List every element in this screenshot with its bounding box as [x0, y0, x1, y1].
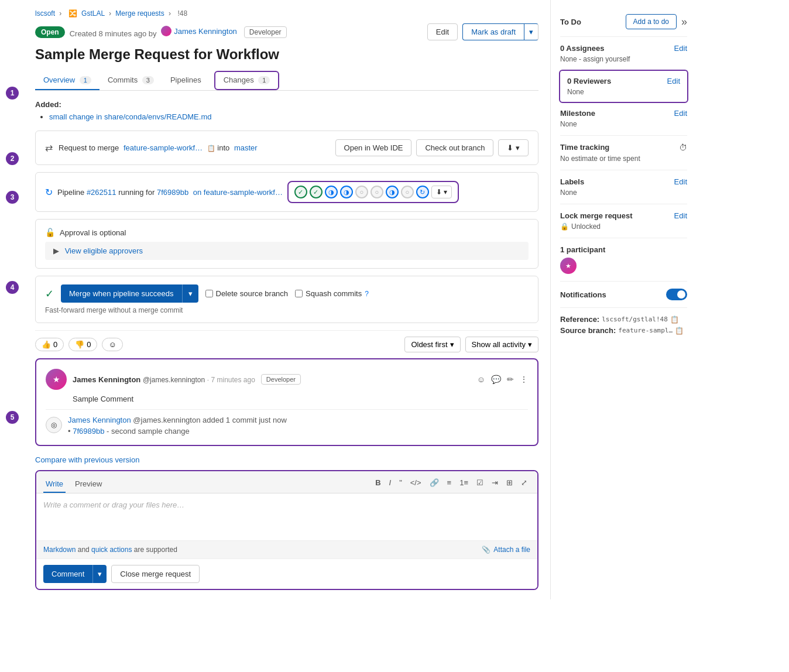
merge-request-section: ⇄ Request to merge feature-sample-workf……: [45, 139, 529, 156]
comment-author: James Kennington: [73, 375, 140, 384]
notifications-toggle[interactable]: [666, 289, 687, 300]
milestone-section: Milestone Edit None: [560, 102, 687, 136]
role-badge: Developer: [244, 26, 287, 38]
stage-4: ◑: [340, 186, 353, 198]
merge-icon: ⇄: [45, 142, 53, 153]
reference-value: lscsoft/gstlal!48: [602, 316, 668, 323]
delete-source-checkbox[interactable]: Delete source branch: [205, 289, 289, 298]
created-text: Created 8 minutes ago by James Kenningto…: [70, 26, 239, 38]
source-branch-copy-icon[interactable]: 📋: [675, 327, 684, 335]
tab-pipelines[interactable]: Pipelines: [162, 71, 210, 90]
reviewers-edit[interactable]: Edit: [667, 77, 680, 85]
comment-caret-button[interactable]: ▾: [92, 565, 107, 583]
open-in-web-ide-button[interactable]: Open in Web IDE: [335, 139, 412, 156]
comment-button-group: Comment ▾: [43, 565, 107, 583]
stage-1: ✓: [294, 186, 307, 198]
activity-select[interactable]: Show all activity ▾: [465, 337, 538, 352]
checkout-branch-button[interactable]: Check out branch: [416, 139, 493, 156]
emoji-button[interactable]: ☺: [102, 338, 122, 351]
tab-write[interactable]: Write: [43, 476, 66, 493]
sort-select[interactable]: Oldest first ▾: [404, 337, 460, 352]
mark-draft-caret[interactable]: ▾: [524, 23, 538, 40]
compare-link[interactable]: Compare with previous version: [35, 455, 538, 464]
sort-section: Oldest first ▾ Show all activity ▾: [404, 337, 538, 352]
reference-label: Reference:: [560, 315, 599, 324]
participants-label: 1 participant: [560, 245, 687, 254]
labels-value: None: [560, 188, 687, 197]
task-list-button[interactable]: ☑: [474, 476, 486, 489]
status-bar: Open Created 8 minutes ago by James Kenn…: [35, 23, 538, 40]
labels-edit[interactable]: Edit: [674, 177, 687, 186]
tab-changes[interactable]: Changes 1: [214, 71, 280, 90]
added-list: small change in share/conda/envs/README.…: [35, 112, 538, 121]
added-section: Added: small change in share/conda/envs/…: [35, 100, 538, 121]
merge-caret-button[interactable]: ▾: [182, 284, 198, 303]
comment-submit-button[interactable]: Comment: [43, 565, 92, 583]
source-branch-value: feature-sampl…: [618, 327, 673, 334]
download-button[interactable]: ⬇ ▾: [498, 139, 529, 156]
write-area[interactable]: Write a comment or drag your files here…: [36, 493, 537, 540]
squash-commits-checkbox[interactable]: Squash commits ?: [295, 289, 369, 298]
thumbs-down-button[interactable]: 👎 0: [68, 338, 97, 351]
stage-3: ◑: [325, 186, 338, 198]
code-button[interactable]: </>: [407, 476, 424, 489]
annotation-1: 1: [6, 87, 19, 100]
bold-button[interactable]: B: [372, 476, 383, 489]
add-todo-button[interactable]: Add a to do: [626, 14, 677, 29]
todo-label: To Do: [560, 18, 581, 26]
assignees-value: None - assign yourself: [560, 55, 687, 63]
labels-label: Labels: [560, 177, 584, 186]
comment-edit-icon[interactable]: ✏: [507, 375, 514, 384]
bullet-list-button[interactable]: ≡: [444, 476, 455, 489]
pipeline-download-button[interactable]: ⬇ ▾: [431, 186, 452, 198]
labels-section: Labels Edit None: [560, 170, 687, 204]
breadcrumb: lscsoft › 🔀 GstLAL › Merge requests › !4…: [35, 9, 538, 18]
edit-button[interactable]: Edit: [427, 23, 458, 40]
tab-commits[interactable]: Commits 3: [100, 71, 162, 90]
table-button[interactable]: ⊞: [503, 476, 516, 489]
expand-button[interactable]: ⤢: [518, 476, 530, 489]
indent-button[interactable]: ⇥: [489, 476, 501, 489]
link-button[interactable]: 🔗: [427, 476, 442, 489]
pipeline-spinner: ↻: [45, 187, 53, 198]
time-tracking-label: Time tracking: [560, 143, 609, 152]
merge-button-group: Merge when pipeline succeeds ▾: [61, 284, 198, 303]
commenter-avatar: ★: [46, 369, 67, 390]
stage-6: ○: [371, 186, 383, 198]
assignees-edit[interactable]: Edit: [674, 44, 687, 53]
commit-icon: ◎: [46, 417, 62, 433]
merge-action-box: ✓ Merge when pipeline succeeds ▾ Delete …: [35, 276, 538, 323]
comment-header: ★ James Kennington @james.kennington · 7…: [46, 369, 528, 390]
comment-actions: ☺ 💬 ✏ ⋮: [477, 375, 528, 384]
italic-button[interactable]: I: [386, 476, 394, 489]
time-tracking-section: Time tracking ⏱ No estimate or time spen…: [560, 136, 687, 170]
merge-when-pipeline-button[interactable]: Merge when pipeline succeeds: [61, 284, 182, 303]
milestone-edit[interactable]: Edit: [674, 109, 687, 118]
lock-section: Lock merge request Edit 🔒 Unlocked: [560, 204, 687, 238]
merge-section: ✓ Merge when pipeline succeeds ▾ Delete …: [45, 284, 529, 303]
mark-draft-button[interactable]: Mark as draft: [462, 23, 524, 40]
pipeline-stages-box: ✓ ✓ ◑ ◑ ○ ○ ◑ ○ ↻ ⬇ ▾: [287, 181, 459, 203]
comment-reply-icon[interactable]: 💬: [491, 375, 501, 384]
attach-file-button[interactable]: 📎 Attach a file: [482, 546, 530, 554]
participant-avatar: ★: [560, 258, 577, 274]
commit-update: ◎ James Kennington @james.kennington add…: [46, 409, 528, 436]
comment-more-icon[interactable]: ⋮: [520, 375, 528, 384]
reference-copy-icon[interactable]: 📋: [670, 316, 679, 324]
merge-info-box: ⇄ Request to merge feature-sample-workf……: [35, 131, 538, 165]
reference-section: Reference: lscsoft/gstlal!48 📋 Source br…: [560, 308, 687, 342]
close-mr-button[interactable]: Close merge request: [111, 565, 200, 583]
notifications-section: Notifications: [560, 282, 687, 308]
numbered-list-button[interactable]: 1≡: [457, 476, 471, 489]
tab-overview[interactable]: Overview 1: [35, 71, 100, 90]
todo-more-button[interactable]: »: [681, 16, 687, 28]
approval-text: Approval is optional: [60, 228, 126, 237]
lock-edit[interactable]: Edit: [674, 211, 687, 220]
tab-preview[interactable]: Preview: [73, 476, 104, 493]
quote-button[interactable]: ": [396, 476, 405, 489]
comment-reaction-icon[interactable]: ☺: [477, 375, 485, 384]
view-approvers-section: ▶ View eligible approvers: [45, 242, 529, 260]
thumbs-up-button[interactable]: 👍 0: [35, 338, 64, 351]
time-tracking-value: No estimate or time spent: [560, 155, 687, 163]
comment-role-badge: Developer: [261, 374, 301, 385]
